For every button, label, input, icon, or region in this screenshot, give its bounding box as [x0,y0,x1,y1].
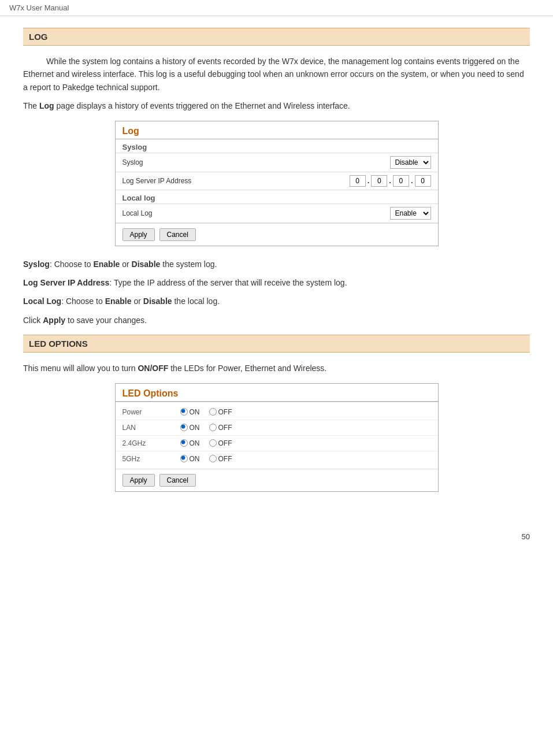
log-server-ip-row: Log Server IP Address . . . [116,172,438,190]
led-2ghz-off-label[interactable]: OFF [209,439,232,447]
led-5ghz-on-label[interactable]: ON [180,455,200,463]
ip-octet-1[interactable] [350,175,366,187]
led-apply-button[interactable]: Apply [123,474,155,487]
ip-octet-2[interactable] [371,175,387,187]
log-panel-buttons: Apply Cancel [116,223,438,246]
log-cancel-button[interactable]: Cancel [159,228,196,241]
led-2ghz-on-label[interactable]: ON [180,439,200,447]
syslog-control[interactable]: Disable Enable [390,156,431,169]
led-power-on-radio[interactable] [180,408,188,416]
log-apply-button[interactable]: Apply [123,228,155,241]
local-log-row: Local Log Enable Disable [116,204,438,223]
syslog-row: Syslog Disable Enable [116,153,438,172]
syslog-section-label: Syslog [116,139,438,153]
led-lan-on-label[interactable]: ON [180,424,200,432]
local-log-section-label: Local log [116,190,438,203]
led-lan-on-radio[interactable] [180,424,188,431]
log-server-ip-label: Log Server IP Address [123,177,350,185]
led-panel-title: LED Options [116,384,438,402]
led-2ghz-on-radio[interactable] [180,439,188,447]
ip-octet-3[interactable] [393,175,409,187]
led-power-controls: ON OFF [180,408,232,416]
main-content: LOG While the system log contains a hist… [0,16,553,527]
led-power-on-text: ON [190,408,200,416]
led-rows: Power ON OFF LAN ON [116,402,438,469]
ip-group: . . . [350,175,431,187]
led-5ghz-on-text: ON [190,455,200,463]
led-panel: LED Options Power ON OFF LAN [115,383,439,492]
page-header: W7x User Manual [0,0,553,16]
local-log-label: Local Log [123,209,390,217]
log-intro: While the system log contains a history … [23,55,530,113]
led-2ghz-off-radio[interactable] [209,439,217,447]
led-5ghz-off-text: OFF [218,455,232,463]
led-intro: This menu will allow you to turn ON/OFF … [23,362,530,375]
led-lan-row: LAN ON OFF [116,420,438,436]
led-lan-off-radio[interactable] [209,424,217,431]
led-5ghz-off-radio[interactable] [209,455,217,462]
log-panel: Log Syslog Syslog Disable Enable Log Ser… [115,121,439,246]
local-log-control[interactable]: Enable Disable [390,207,431,220]
syslog-select[interactable]: Disable Enable [390,156,431,169]
header-title: W7x User Manual [9,3,69,12]
led-lan-controls: ON OFF [180,424,232,432]
page-number: 50 [0,527,553,547]
log-section-heading: LOG [23,28,530,46]
led-2ghz-row: 2.4GHz ON OFF [116,436,438,451]
led-5ghz-row: 5GHz ON OFF [116,451,438,466]
ip-dot-2: . [389,176,391,185]
led-power-off-radio[interactable] [209,408,217,416]
ip-dot-1: . [368,176,370,185]
led-cancel-button[interactable]: Cancel [159,474,196,487]
log-server-ip-control: . . . [350,175,431,187]
led-lan-label: LAN [123,424,180,432]
ip-dot-3: . [411,176,413,185]
led-lan-off-text: OFF [218,424,232,432]
led-lan-on-text: ON [190,424,200,432]
log-panel-title: Log [116,121,438,139]
local-log-select[interactable]: Enable Disable [390,207,431,220]
syslog-label: Syslog [123,158,390,166]
led-power-label: Power [123,408,180,416]
led-5ghz-off-label[interactable]: OFF [209,455,232,463]
led-2ghz-label: 2.4GHz [123,439,180,447]
led-power-row: Power ON OFF [116,405,438,420]
led-5ghz-controls: ON OFF [180,455,232,463]
led-5ghz-on-radio[interactable] [180,455,188,462]
log-descriptions: Syslog: Choose to Enable or Disable the … [23,258,530,327]
led-2ghz-on-text: ON [190,439,200,447]
led-5ghz-label: 5GHz [123,455,180,463]
ip-octet-4[interactable] [415,175,431,187]
led-2ghz-off-text: OFF [218,439,232,447]
led-power-off-text: OFF [218,408,232,416]
led-2ghz-controls: ON OFF [180,439,232,447]
led-section-heading: LED OPTIONS [23,335,530,353]
led-power-off-label[interactable]: OFF [209,408,232,416]
led-power-on-label[interactable]: ON [180,408,200,416]
led-panel-buttons: Apply Cancel [116,469,438,491]
led-lan-off-label[interactable]: OFF [209,424,232,432]
